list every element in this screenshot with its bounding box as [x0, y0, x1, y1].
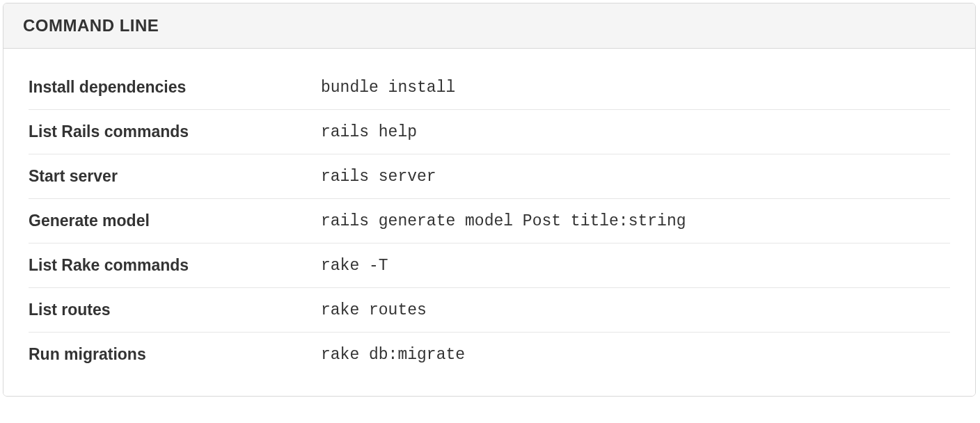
command-label: Generate model: [29, 199, 321, 244]
command-value: rake db:migrate: [321, 333, 950, 377]
command-value: bundle install: [321, 65, 950, 110]
command-label: Run migrations: [29, 333, 321, 377]
command-value: rails server: [321, 154, 950, 199]
panel-header: COMMAND LINE: [3, 3, 975, 49]
table-row: Generate model rails generate model Post…: [29, 199, 950, 244]
command-label: List Rake commands: [29, 244, 321, 288]
command-line-panel: COMMAND LINE Install dependencies bundle…: [3, 3, 976, 397]
command-value: rails help: [321, 110, 950, 154]
command-label: List Rails commands: [29, 110, 321, 154]
command-value: rake routes: [321, 288, 950, 333]
table-row: List routes rake routes: [29, 288, 950, 333]
panel-body: Install dependencies bundle install List…: [3, 49, 975, 396]
commands-table: Install dependencies bundle install List…: [29, 65, 950, 376]
section-title: COMMAND LINE: [23, 16, 956, 35]
table-row: Install dependencies bundle install: [29, 65, 950, 110]
command-label: List routes: [29, 288, 321, 333]
command-label: Install dependencies: [29, 65, 321, 110]
command-value: rails generate model Post title:string: [321, 199, 950, 244]
table-row: Run migrations rake db:migrate: [29, 333, 950, 377]
table-row: List Rails commands rails help: [29, 110, 950, 154]
command-label: Start server: [29, 154, 321, 199]
table-row: List Rake commands rake -T: [29, 244, 950, 288]
command-value: rake -T: [321, 244, 950, 288]
table-row: Start server rails server: [29, 154, 950, 199]
